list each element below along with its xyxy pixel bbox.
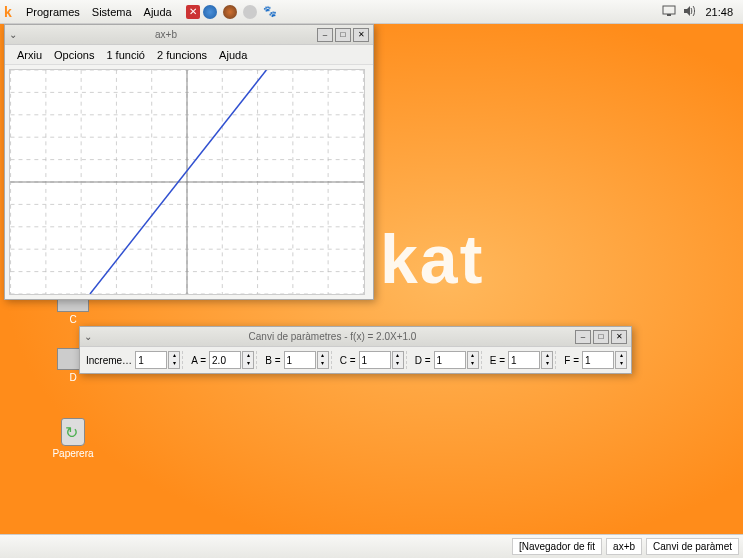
input-d[interactable] <box>434 351 466 369</box>
volume-icon[interactable] <box>682 4 696 20</box>
panel-menu-ajuda[interactable]: Ajuda <box>138 4 178 20</box>
input-a[interactable] <box>209 351 241 369</box>
trash-icon <box>61 418 85 446</box>
spinner-e[interactable]: ▴▾ <box>541 351 553 369</box>
spinner-a[interactable]: ▴▾ <box>242 351 254 369</box>
increment-spinner[interactable]: ▴▾ <box>168 351 180 369</box>
panel-menu-programes[interactable]: Programes <box>20 4 86 20</box>
firefox-icon[interactable] <box>203 5 217 19</box>
increment-input[interactable] <box>135 351 167 369</box>
spinner-f[interactable]: ▴▾ <box>615 351 627 369</box>
svg-rect-1 <box>667 14 671 16</box>
label-d: D = <box>413 355 433 366</box>
task-filebrowser[interactable]: [Navegador de fit <box>512 538 602 555</box>
menu-ajuda[interactable]: Ajuda <box>213 47 253 63</box>
increment-label: Increme… <box>84 355 134 366</box>
param-titlebar[interactable]: ⌄ Canvi de paràmetres - f(x) = 2.0X+1.0 … <box>80 327 631 347</box>
input-c[interactable] <box>359 351 391 369</box>
plot-titlebar[interactable]: ⌄ ax+b – □ ✕ <box>5 25 373 45</box>
icon-label: Paperera <box>48 448 98 459</box>
plot-menubar: Arxiu Opcions 1 funció 2 funcions Ajuda <box>5 45 373 65</box>
label-b: B = <box>263 355 282 366</box>
distro-logo[interactable]: k <box>4 4 20 20</box>
top-panel: k Programes Sistema Ajuda ✕ 🐾 21:48 <box>0 0 743 24</box>
desktop-icon-trash[interactable]: Paperera <box>48 418 98 459</box>
input-b[interactable] <box>284 351 316 369</box>
menu-arxiu[interactable]: Arxiu <box>11 47 48 63</box>
panel-menu-sistema[interactable]: Sistema <box>86 4 138 20</box>
plot-window-title: ax+b <box>17 29 315 40</box>
input-e[interactable] <box>508 351 540 369</box>
gimp-icon[interactable]: 🐾 <box>263 5 277 18</box>
plot-window: ⌄ ax+b – □ ✕ Arxiu Opcions 1 funció 2 fu… <box>4 24 374 300</box>
app-icon[interactable] <box>243 5 257 19</box>
param-window-title: Canvi de paràmetres - f(x) = 2.0X+1.0 <box>92 331 573 342</box>
close-icon[interactable]: ✕ <box>186 5 200 19</box>
plot-canvas <box>9 69 365 295</box>
display-icon[interactable] <box>662 5 676 19</box>
minimize-button[interactable]: – <box>317 28 333 42</box>
close-button[interactable]: ✕ <box>611 330 627 344</box>
label-c: C = <box>338 355 358 366</box>
param-toolbar: Increme… ▴▾ A = ▴▾ B = ▴▾ C = ▴▾ D = ▴▾ <box>80 347 631 373</box>
task-axb[interactable]: ax+b <box>606 538 642 555</box>
chevron-down-icon[interactable]: ⌄ <box>84 331 92 342</box>
close-button[interactable]: ✕ <box>353 28 369 42</box>
chevron-down-icon[interactable]: ⌄ <box>9 29 17 40</box>
param-window: ⌄ Canvi de paràmetres - f(x) = 2.0X+1.0 … <box>79 326 632 374</box>
task-params[interactable]: Canvi de paràmet <box>646 538 739 555</box>
menu-2funcions[interactable]: 2 funcions <box>151 47 213 63</box>
menu-opcions[interactable]: Opcions <box>48 47 100 63</box>
bottom-panel: [Navegador de fit ax+b Canvi de paràmet <box>0 534 743 558</box>
spinner-c[interactable]: ▴▾ <box>392 351 404 369</box>
svg-rect-0 <box>663 6 675 14</box>
maximize-button[interactable]: □ <box>335 28 351 42</box>
spinner-b[interactable]: ▴▾ <box>317 351 329 369</box>
input-f[interactable] <box>582 351 614 369</box>
label-e: E = <box>488 355 507 366</box>
label-a: A = <box>189 355 208 366</box>
maximize-button[interactable]: □ <box>593 330 609 344</box>
minimize-button[interactable]: – <box>575 330 591 344</box>
clock[interactable]: 21:48 <box>699 6 739 18</box>
menu-1funcio[interactable]: 1 funció <box>100 47 151 63</box>
spinner-d[interactable]: ▴▾ <box>467 351 479 369</box>
browser-icon[interactable] <box>223 5 237 19</box>
label-f: F = <box>562 355 581 366</box>
icon-label: C <box>48 314 98 325</box>
